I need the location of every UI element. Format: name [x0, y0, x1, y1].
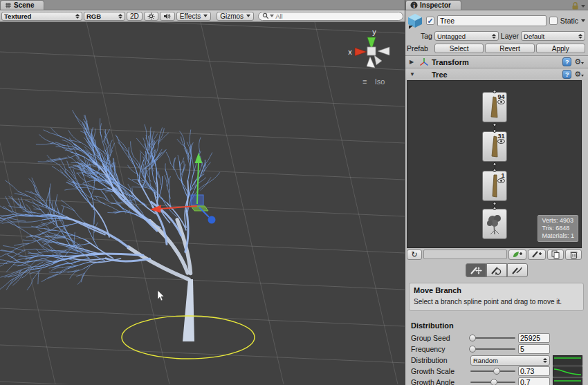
branch-tool-group [405, 261, 588, 279]
refresh-button[interactable]: ↻ [407, 250, 422, 260]
gameobject-name-input[interactable] [437, 15, 546, 26]
tool-help-title: Move Branch [414, 286, 579, 294]
frequency-slider[interactable] [470, 346, 515, 353]
toggle-2d-button[interactable]: 2D [127, 12, 143, 21]
effects-dropdown-button[interactable]: Effects [176, 12, 211, 21]
render-channel-dropdown[interactable]: RGB [84, 12, 125, 21]
distribution-section-header: Distribution [405, 311, 588, 332]
gizmo-center-cube[interactable] [367, 47, 376, 55]
transform-component-header[interactable]: ▶ Transform ? ⚙ [405, 55, 588, 68]
scene-3d-view: y x ≡ Iso [0, 22, 405, 384]
tree-component-header[interactable]: ▼ Tree ? ⚙ [405, 68, 588, 80]
shading-mode-dropdown[interactable]: Textured [1, 12, 82, 21]
group-seed-slider[interactable] [470, 335, 515, 341]
transform-icon [419, 57, 429, 66]
tab-scene[interactable]: Scene [0, 0, 44, 10]
delete-node-button[interactable] [565, 250, 582, 260]
static-flags-caret-icon[interactable] [581, 19, 585, 22]
prefab-apply-label: Apply [552, 45, 569, 53]
iso-label[interactable]: Iso [375, 77, 385, 86]
view-orientation-gizmo[interactable]: y x ≡ Iso [348, 28, 389, 86]
lock-icon[interactable] [571, 2, 579, 10]
foldout-expanded-icon[interactable]: ▼ [410, 71, 416, 77]
add-branch-group-button[interactable] [528, 250, 546, 260]
render-channel-label: RGB [86, 12, 101, 20]
tree-node-branch-group-1[interactable]: 94 [482, 92, 507, 122]
distribution-label: Distribution [411, 356, 470, 364]
distribution-curve-preview[interactable] [553, 355, 582, 366]
tag-dropdown[interactable]: Untagged [434, 31, 499, 41]
move-gizmo-y-arrowhead[interactable] [195, 153, 203, 163]
growth-scale-slider[interactable] [470, 368, 515, 375]
eye-visibility-icon[interactable] [497, 100, 505, 104]
audio-toggle-button[interactable] [160, 12, 175, 21]
growth-scale-curve-preview[interactable] [553, 366, 582, 377]
eye-visibility-icon[interactable] [497, 139, 505, 144]
gizmo-axis-cone[interactable] [378, 47, 389, 55]
frequency-value-field[interactable] [518, 344, 550, 354]
distribution-value: Random [473, 357, 498, 364]
active-checkbox[interactable]: ✓ [426, 17, 434, 25]
layer-label: Layer [501, 32, 519, 40]
move-gizmo[interactable] [150, 153, 216, 224]
move-branch-tool-button[interactable] [466, 263, 486, 277]
move-branch-icon [470, 265, 482, 275]
gizmo-axis-cone[interactable] [374, 55, 382, 65]
layer-dropdown[interactable]: Default [521, 31, 585, 41]
free-hand-tool-button[interactable] [507, 263, 528, 277]
axis-x-label: x [348, 48, 352, 56]
stats-verts: Verts: 4903 [542, 217, 574, 225]
growth-angle-row: Growth Angle [405, 377, 588, 385]
prefab-apply-button[interactable]: Apply [536, 44, 585, 53]
tree-hierarchy-view[interactable]: 94 31 1 [407, 80, 582, 248]
growth-angle-value-field[interactable] [518, 377, 550, 385]
gear-icon[interactable]: ⚙ [574, 70, 584, 79]
transform-title: Transform [432, 58, 469, 66]
tree-root-thumbnail [483, 209, 506, 238]
add-leaf-icon [512, 250, 523, 259]
rotate-branch-tool-button[interactable] [486, 263, 507, 277]
mesh-stats-overlay: Verts: 4903 Tris: 6848 Materials: 1 [538, 215, 578, 242]
group-seed-value-field[interactable] [518, 333, 550, 343]
growth-angle-slider[interactable] [470, 379, 515, 385]
lighting-toggle-button[interactable] [144, 12, 158, 21]
gizmo-axis-cone[interactable] [367, 57, 375, 68]
stats-tris: Tris: 6848 [542, 225, 574, 232]
foldout-collapsed-icon[interactable]: ▶ [410, 59, 416, 65]
add-leaf-group-button[interactable] [508, 250, 526, 260]
prefab-select-label: Select [450, 45, 469, 53]
inspector-info-icon: i [410, 1, 418, 9]
growth-angle-curve-preview[interactable] [553, 377, 582, 385]
duplicate-node-button[interactable] [547, 250, 564, 260]
scene-tab-bar: Scene [0, 0, 405, 10]
gizmos-dropdown-button[interactable]: Gizmos [217, 12, 254, 21]
static-checkbox[interactable]: ✓ [549, 17, 558, 25]
distribution-dropdown[interactable]: Random [470, 355, 550, 366]
scene-search-input[interactable] [275, 12, 399, 20]
prefab-select-button[interactable]: Select [434, 44, 484, 53]
growth-scale-value-field[interactable] [518, 366, 550, 376]
tree-model [0, 111, 220, 341]
gizmos-label: Gizmos [220, 12, 244, 20]
gizmo-x-cone[interactable] [355, 48, 367, 56]
tree-node-root[interactable] [482, 209, 507, 239]
help-icon[interactable]: ? [562, 70, 571, 79]
effects-label: Effects [180, 12, 201, 20]
unity-editor-window: Scene Textured RGB 2D Effects [0, 0, 588, 385]
scene-viewport[interactable]: y x ≡ Iso [0, 22, 405, 385]
gear-icon[interactable]: ⚙ [574, 57, 584, 66]
tab-inspector[interactable]: i Inspector [405, 0, 461, 10]
spinner-icon [75, 14, 80, 19]
node-connector-dot [493, 169, 496, 172]
node-connector-dot [493, 90, 496, 93]
scene-search-field[interactable] [258, 12, 403, 21]
eye-visibility-icon[interactable] [497, 178, 505, 183]
tab-menu-caret-icon[interactable] [581, 5, 585, 8]
growth-scale-row: Growth Scale [405, 366, 588, 377]
tree-node-branch-group-3[interactable]: 1 [482, 171, 507, 201]
move-gizmo-z-arrowhead[interactable] [208, 216, 216, 224]
help-icon[interactable]: ? [562, 57, 571, 66]
gameobject-cube-icon[interactable] [407, 12, 423, 29]
prefab-revert-button[interactable]: Revert [485, 44, 534, 53]
tree-node-branch-group-2[interactable]: 31 [482, 131, 507, 162]
